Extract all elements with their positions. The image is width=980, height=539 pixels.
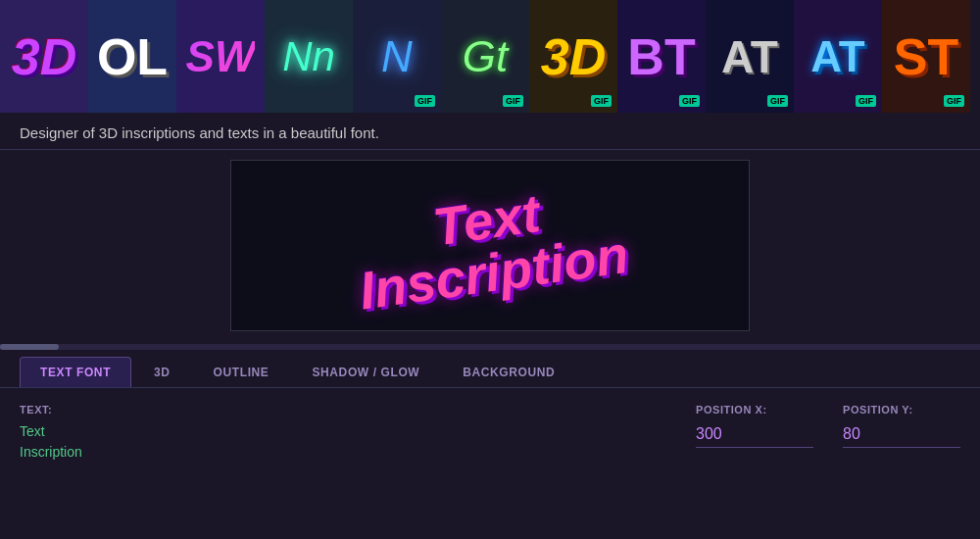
tab-shadow-glow[interactable]: SHADOW / GLOW xyxy=(291,357,440,387)
text-label: TEXT: xyxy=(20,404,676,416)
gallery-item-text: Nn xyxy=(282,33,335,80)
gif-badge: GIF xyxy=(679,95,700,107)
gallery-item[interactable]: Nn xyxy=(265,0,353,113)
gallery-item[interactable]: NGIF xyxy=(353,0,441,113)
gallery-item[interactable]: GtGIF xyxy=(441,0,529,113)
tab-text-font[interactable]: TEXT FONT xyxy=(20,357,131,387)
gallery-item-text: AT xyxy=(810,32,864,81)
gif-badge: GIF xyxy=(415,95,435,107)
tabs-container: TEXT FONT3DOUTLINESHADOW / GLOWBACKGROUN… xyxy=(0,353,980,388)
gif-badge: GIF xyxy=(503,95,523,107)
text-value: Text Inscription xyxy=(20,421,676,463)
position-section: POSITION X: POSITION Y: xyxy=(696,404,960,448)
text-section: TEXT: Text Inscription xyxy=(20,404,676,463)
gallery-item[interactable]: STGIF xyxy=(882,0,970,113)
position-x-label: POSITION X: xyxy=(696,404,813,416)
description-text: Designer of 3D inscriptions and texts in… xyxy=(20,124,379,141)
gallery-item[interactable]: OL xyxy=(88,0,176,113)
tab-background[interactable]: BACKGROUND xyxy=(442,357,575,387)
gallery-item-text: 3D xyxy=(541,27,606,86)
gallery-item-text: SW xyxy=(186,32,256,81)
preview-canvas: Text Inscription xyxy=(230,160,750,331)
scrollbar-thumb[interactable] xyxy=(0,344,59,350)
gallery-item[interactable]: SW xyxy=(176,0,265,113)
gallery-strip: 3DOLSWNnNGIFGtGIF3DGIFBTGIFATGIFATGIFSTG… xyxy=(0,0,980,113)
gallery-item-text: Gt xyxy=(463,32,508,81)
position-y-group: POSITION Y: xyxy=(843,404,960,448)
text-value-line2: Inscription xyxy=(20,442,676,463)
scrollbar[interactable] xyxy=(0,341,980,353)
position-y-input[interactable] xyxy=(843,421,960,448)
gallery-item-text: N xyxy=(381,32,413,81)
gallery-item[interactable]: BTGIF xyxy=(617,0,706,113)
preview-area: Text Inscription xyxy=(0,150,980,341)
position-y-label: POSITION Y: xyxy=(843,404,960,416)
gallery-item-text: BT xyxy=(627,27,695,86)
description: Designer of 3D inscriptions and texts in… xyxy=(0,113,980,150)
preview-text: Text Inscription xyxy=(349,174,631,317)
text-value-line1: Text xyxy=(20,421,676,442)
gif-badge: GIF xyxy=(767,95,788,107)
position-x-input[interactable] xyxy=(696,421,813,448)
tab-3d[interactable]: 3D xyxy=(133,357,191,387)
controls: TEXT: Text Inscription POSITION X: POSIT… xyxy=(0,388,980,463)
tab-outline[interactable]: OUTLINE xyxy=(193,357,290,387)
gallery-item-text: 3D xyxy=(12,27,76,86)
gif-badge: GIF xyxy=(944,95,964,107)
gallery-item[interactable]: 3D xyxy=(0,0,88,113)
position-x-group: POSITION X: xyxy=(696,404,813,448)
gif-badge: GIF xyxy=(591,95,612,107)
gallery-item-text: OL xyxy=(97,27,168,86)
gallery-item-text: ST xyxy=(894,27,958,86)
gallery-item[interactable]: ATGIF xyxy=(794,0,882,113)
gallery-item[interactable]: 3DGIF xyxy=(529,0,617,113)
gif-badge: GIF xyxy=(856,95,876,107)
gallery-item[interactable]: ATGIF xyxy=(706,0,794,113)
scrollbar-track xyxy=(0,344,980,350)
gallery-item-text: AT xyxy=(721,30,778,83)
